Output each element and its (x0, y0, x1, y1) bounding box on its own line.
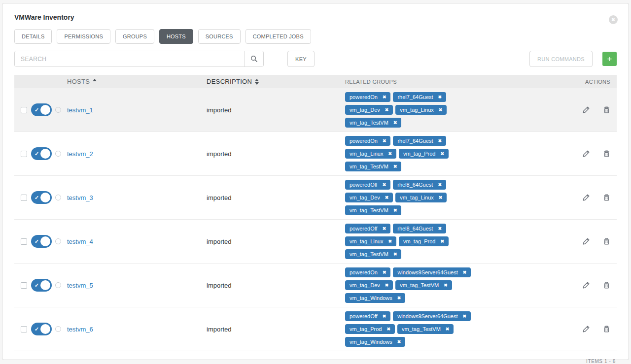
host-enabled-toggle[interactable]: ✓ (31, 323, 52, 335)
remove-group-icon[interactable]: ✖ (397, 296, 401, 300)
remove-group-icon[interactable]: ✖ (439, 107, 443, 112)
remove-group-icon[interactable]: ✖ (383, 182, 386, 187)
group-tag: vm_tag_Dev✖ (345, 193, 393, 202)
remove-group-icon[interactable]: ✖ (446, 327, 450, 331)
check-icon: ✓ (35, 326, 39, 332)
group-tag: vm_tag_Prod✖ (399, 236, 449, 246)
remove-group-icon[interactable]: ✖ (440, 239, 444, 244)
remove-group-icon[interactable]: ✖ (393, 120, 397, 125)
host-row: ✓ testvm_2 imported poweredOn✖rhel7_64Gu… (14, 132, 617, 176)
sort-both-icon (255, 79, 259, 85)
add-host-button[interactable]: + (602, 52, 617, 66)
tab-groups[interactable]: GROUPS (115, 29, 154, 44)
remove-group-icon[interactable]: ✖ (393, 208, 397, 213)
column-header-description[interactable]: DESCRIPTION (207, 78, 259, 85)
remove-group-icon[interactable]: ✖ (438, 182, 442, 187)
host-select-checkbox[interactable] (21, 195, 27, 201)
remove-group-icon[interactable]: ✖ (383, 270, 386, 275)
tab-permissions[interactable]: PERMISSIONS (57, 29, 110, 44)
run-commands-button[interactable]: RUN COMMANDS (529, 51, 593, 67)
remove-group-icon[interactable]: ✖ (383, 226, 386, 231)
remove-group-icon[interactable]: ✖ (385, 283, 389, 288)
host-select-checkbox[interactable] (21, 107, 27, 113)
remove-group-icon[interactable]: ✖ (463, 314, 467, 319)
remove-group-icon[interactable]: ✖ (385, 107, 389, 112)
items-count: ITEMS 1 - 6 (14, 359, 617, 364)
host-select-checkbox[interactable] (21, 326, 27, 332)
remove-group-icon[interactable]: ✖ (438, 226, 442, 231)
host-enabled-toggle[interactable]: ✓ (31, 147, 52, 160)
host-description: imported (207, 150, 345, 158)
search-group (14, 51, 264, 67)
close-icon[interactable]: ✖ (609, 15, 618, 24)
group-tag: vm_tag_TestVM✖ (345, 205, 401, 215)
remove-group-icon[interactable]: ✖ (383, 95, 386, 99)
host-select-checkbox[interactable] (21, 238, 27, 245)
host-enabled-toggle[interactable]: ✓ (31, 235, 52, 248)
remove-group-icon[interactable]: ✖ (438, 138, 442, 143)
group-tag: vm_tag_TestVM✖ (345, 249, 401, 259)
toggle-knob (40, 193, 50, 202)
group-tag: vm_tag_Dev✖ (345, 105, 393, 115)
remove-group-icon[interactable]: ✖ (438, 95, 442, 99)
edit-host-button[interactable] (582, 150, 590, 158)
tab-sources[interactable]: SOURCES (198, 29, 241, 44)
host-link[interactable]: testvm_3 (67, 194, 93, 201)
edit-host-button[interactable] (582, 237, 590, 245)
host-row: ✓ testvm_4 imported poweredOff✖rhel8_64G… (14, 220, 617, 264)
host-link[interactable]: testvm_4 (67, 238, 93, 245)
inventory-panel: VMWare Inventory ✖ DETAILS PERMISSIONS G… (2, 3, 629, 360)
remove-group-icon[interactable]: ✖ (393, 164, 397, 169)
remove-group-icon[interactable]: ✖ (383, 314, 386, 319)
group-tag: poweredOff✖ (345, 180, 390, 190)
delete-host-button[interactable] (603, 106, 610, 114)
tab-completed-jobs[interactable]: COMPLETED JOBS (245, 29, 311, 44)
remove-group-icon[interactable]: ✖ (388, 151, 392, 156)
key-button[interactable]: KEY (287, 51, 315, 67)
delete-host-button[interactable] (603, 281, 610, 289)
search-button[interactable] (245, 51, 263, 66)
group-tag: vm_tag_Windows✖ (345, 293, 405, 303)
edit-host-button[interactable] (582, 106, 590, 114)
host-link[interactable]: testvm_5 (67, 282, 93, 289)
remove-group-icon[interactable]: ✖ (393, 252, 397, 257)
delete-host-button[interactable] (603, 237, 610, 245)
remove-group-icon[interactable]: ✖ (444, 283, 448, 288)
remove-group-icon[interactable]: ✖ (397, 339, 401, 344)
toggle-knob (40, 324, 50, 334)
group-tag: vm_tag_TestVM✖ (395, 280, 452, 290)
tab-hosts[interactable]: HOSTS (159, 29, 193, 44)
host-enabled-toggle[interactable]: ✓ (31, 191, 52, 204)
column-header-hosts[interactable]: HOSTS (67, 78, 97, 85)
host-select-checkbox[interactable] (21, 282, 27, 289)
host-link[interactable]: testvm_1 (67, 106, 93, 114)
remove-group-icon[interactable]: ✖ (463, 270, 467, 275)
remove-group-icon[interactable]: ✖ (385, 195, 389, 200)
group-tag-label: vm_tag_Linux (350, 151, 384, 157)
group-tag-label: poweredOn (350, 138, 378, 144)
remove-group-icon[interactable]: ✖ (386, 327, 390, 331)
hosts-table: HOSTS DESCRIPTION RELATED GROUPS ACTIONS (14, 75, 617, 351)
remove-group-icon[interactable]: ✖ (439, 195, 443, 200)
remove-group-icon[interactable]: ✖ (383, 138, 386, 143)
group-tag-label: vm_tag_Linux (400, 107, 434, 113)
host-link[interactable]: testvm_2 (67, 150, 93, 158)
host-select-checkbox[interactable] (21, 151, 27, 157)
toolbar: KEY RUN COMMANDS + (14, 51, 617, 67)
delete-host-button[interactable] (603, 150, 610, 158)
search-input[interactable] (15, 51, 245, 66)
edit-host-button[interactable] (582, 325, 590, 333)
trash-icon (603, 194, 610, 201)
host-row: ✓ testvm_3 imported poweredOff✖rhel8_64G… (14, 176, 617, 220)
edit-host-button[interactable] (582, 194, 590, 201)
host-enabled-toggle[interactable]: ✓ (31, 279, 52, 292)
tab-details[interactable]: DETAILS (14, 29, 52, 44)
host-enabled-toggle[interactable]: ✓ (31, 103, 52, 116)
remove-group-icon[interactable]: ✖ (440, 151, 444, 156)
edit-host-button[interactable] (582, 281, 590, 289)
related-groups-cell: poweredOff✖rhel8_64Guest✖vm_tag_Dev✖vm_t… (345, 176, 483, 219)
delete-host-button[interactable] (603, 194, 610, 201)
remove-group-icon[interactable]: ✖ (388, 239, 392, 244)
delete-host-button[interactable] (603, 325, 610, 333)
host-link[interactable]: testvm_6 (67, 326, 93, 333)
